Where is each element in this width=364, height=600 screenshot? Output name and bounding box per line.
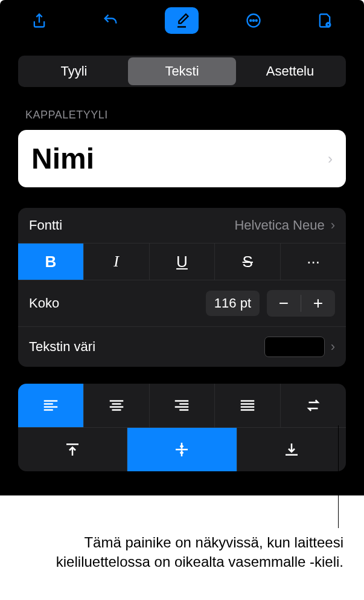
text-color-label: Tekstin väri xyxy=(29,339,95,355)
strikethrough-button[interactable]: S xyxy=(215,244,281,280)
callout-leader-line xyxy=(338,425,339,528)
chevron-right-icon: › xyxy=(331,339,335,355)
more-button[interactable] xyxy=(237,7,270,34)
align-bottom-button[interactable] xyxy=(237,428,346,471)
undo-button[interactable] xyxy=(94,7,127,34)
align-middle-button[interactable] xyxy=(127,428,237,471)
paragraph-style-value: Nimi xyxy=(31,142,94,175)
size-decrease-button[interactable]: − xyxy=(267,290,301,317)
tab-style[interactable]: Tyyli xyxy=(20,57,128,85)
align-justify-button[interactable] xyxy=(215,384,281,427)
align-center-button[interactable] xyxy=(84,384,150,427)
paragraph-style-select[interactable]: Nimi › xyxy=(18,130,346,187)
svg-point-2 xyxy=(252,20,254,21)
size-label: Koko xyxy=(29,295,59,311)
alignment-panel xyxy=(18,384,346,471)
format-button[interactable] xyxy=(165,7,199,34)
format-tabs: Tyyli Teksti Asettelu xyxy=(18,56,346,87)
svg-point-3 xyxy=(255,20,257,21)
underline-button[interactable]: U xyxy=(150,244,216,280)
tab-text[interactable]: Teksti xyxy=(128,57,236,85)
paragraph-style-label: KAPPALETYYLI xyxy=(25,109,339,121)
chevron-right-icon: › xyxy=(331,218,335,233)
align-right-button[interactable] xyxy=(150,384,216,427)
style-buttons-row: B I U S ··· xyxy=(18,244,346,280)
align-left-button[interactable] xyxy=(18,384,84,427)
bold-button[interactable]: B xyxy=(18,244,84,280)
svg-point-1 xyxy=(250,20,251,21)
chevron-right-icon: › xyxy=(328,150,333,167)
text-direction-button[interactable] xyxy=(281,384,346,427)
tab-layout[interactable]: Asettelu xyxy=(236,57,344,85)
svg-point-5 xyxy=(327,24,330,27)
italic-button[interactable]: I xyxy=(84,244,150,280)
app-toolbar xyxy=(0,0,364,45)
font-panel: Fontti Helvetica Neue › B I U S ··· Koko… xyxy=(18,208,346,367)
size-increase-button[interactable]: + xyxy=(301,290,335,317)
size-value[interactable]: 116 pt xyxy=(206,291,260,316)
size-stepper: − + xyxy=(267,290,335,317)
size-row: Koko 116 pt − + xyxy=(18,280,346,327)
document-options-button[interactable] xyxy=(308,7,342,34)
text-color-row[interactable]: Tekstin väri › xyxy=(18,327,346,367)
share-button[interactable] xyxy=(22,7,56,34)
font-value: Helvetica Neue xyxy=(234,218,324,233)
more-options-button[interactable]: ··· xyxy=(281,244,346,280)
text-color-swatch[interactable] xyxy=(264,337,325,357)
align-top-button[interactable] xyxy=(18,428,127,471)
font-row[interactable]: Fontti Helvetica Neue › xyxy=(18,208,346,244)
callout-text: Tämä painike on näkyvissä, kun laitteesi… xyxy=(24,533,343,572)
font-label: Fontti xyxy=(29,218,62,233)
